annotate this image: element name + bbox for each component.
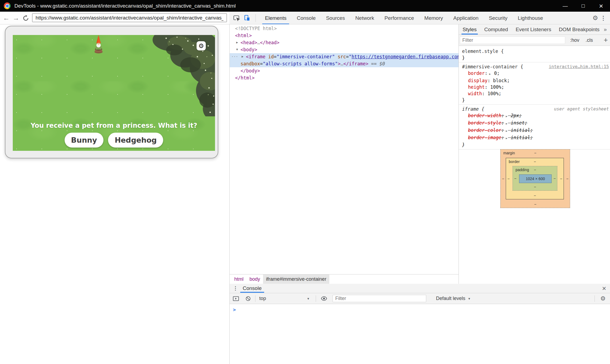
box-model-border[interactable]: border − − − − padding − − − − 1024 × 60… (506, 158, 564, 199)
drawer-menu-icon[interactable]: ⋮ (233, 284, 238, 293)
console-prompt[interactable]: > (230, 304, 610, 312)
hedgehog-button[interactable]: Hedgehog (108, 133, 163, 148)
collapse-icon[interactable]: ▼ (236, 46, 238, 53)
devtools-menu-icon[interactable]: ⋮ (600, 12, 606, 24)
dom-tree-node[interactable]: <!DOCTYPE html> (230, 25, 459, 32)
padding-left-value[interactable]: − (514, 176, 516, 181)
dom-tree-node[interactable]: sandbox="allow-scripts allow-forms">…</i… (230, 60, 459, 67)
expand-icon[interactable]: ▶ (506, 122, 507, 125)
new-style-rule-button[interactable]: + (604, 35, 608, 45)
back-icon[interactable]: ← (2, 12, 10, 24)
toggle-device-toolbar-icon[interactable] (244, 12, 251, 24)
css-property[interactable]: border-image:▶ initial; (462, 134, 607, 142)
css-rule[interactable]: #immersive-container {interactive…him.ht… (459, 62, 610, 105)
breadcrumb-body[interactable]: body (246, 274, 263, 284)
toggle-pseudo-classes-button[interactable]: :hov (570, 35, 579, 46)
css-property[interactable]: border-color:▶ initial; (462, 127, 607, 134)
css-property[interactable]: display: block; (462, 77, 607, 84)
breadcrumb-iframe-immersive-container[interactable]: iframe#immersive-container (263, 274, 329, 284)
reload-icon[interactable] (22, 12, 30, 24)
clear-console-icon[interactable] (245, 296, 251, 301)
css-property[interactable]: width: 100%; (462, 90, 607, 97)
console-drawer-tab[interactable]: Console (243, 284, 262, 293)
expand-icon[interactable]: ▶ (506, 115, 507, 118)
tab-styles[interactable]: Styles (459, 24, 481, 34)
devtools-settings-icon[interactable]: ⚙ (592, 12, 598, 24)
dom-tree-node[interactable]: ▶<head>…</head> (230, 39, 459, 46)
expand-icon[interactable]: ▶ (506, 137, 507, 140)
expand-icon[interactable]: ▶ (236, 39, 238, 46)
expand-icon[interactable]: ▶ (489, 72, 491, 75)
close-window-button[interactable]: × (592, 3, 610, 9)
bunny-button[interactable]: Bunny (65, 133, 104, 148)
css-rule[interactable]: iframe {user agent stylesheetborder-widt… (459, 105, 610, 149)
log-levels-dropdown[interactable]: Default levels ▼ (436, 296, 471, 301)
tab-elements[interactable]: Elements (260, 12, 292, 24)
console-drawer-header: ⋮ Console × (230, 284, 610, 293)
margin-right-value[interactable]: − (566, 177, 568, 181)
dom-tree-node[interactable]: ···▶<iframe id="immersive-container" src… (230, 53, 459, 60)
box-model-margin[interactable]: margin − − − − border − − − − padding − … (500, 149, 570, 208)
live-expression-eye-icon[interactable] (321, 296, 327, 301)
tab-memory[interactable]: Memory (419, 12, 448, 24)
tab-lighthouse[interactable]: Lighthouse (513, 12, 548, 24)
tab-sources[interactable]: Sources (321, 12, 350, 24)
tab-application[interactable]: Application (448, 12, 484, 24)
padding-right-value[interactable]: − (554, 176, 556, 181)
tab-dom-breakpoints[interactable]: DOM Breakpoints (555, 24, 603, 34)
css-property[interactable]: border-style:▶ inset; (462, 120, 607, 127)
box-model-padding[interactable]: padding − − − − 1024 × 600 (513, 166, 557, 191)
tab-security[interactable]: Security (484, 12, 513, 24)
dom-tree-node[interactable]: ▼<body> (230, 46, 459, 53)
styles-filter-input[interactable] (460, 36, 565, 44)
border-top-value[interactable]: − (506, 159, 564, 164)
expand-icon[interactable]: ▶ (506, 129, 507, 132)
styles-sidebar: StylesComputedEvent ListenersDOM Breakpo… (459, 24, 610, 284)
console-settings-icon[interactable]: ⚙ (600, 293, 606, 304)
console-filter-input[interactable] (333, 295, 426, 302)
border-bottom-value[interactable]: − (506, 193, 564, 198)
margin-bottom-value[interactable]: − (501, 202, 570, 206)
tab-performance[interactable]: Performance (379, 12, 419, 24)
elements-styles-divider[interactable] (459, 24, 459, 284)
context-label: top (259, 296, 266, 301)
css-property[interactable]: border:▶ 0; (462, 70, 607, 77)
page-devtools-divider[interactable] (229, 24, 230, 364)
tab-console[interactable]: Console (292, 12, 321, 24)
maximize-button[interactable]: □ (574, 3, 592, 9)
game-canvas[interactable]: ⚙ You receive a pet from a princess. Wha… (13, 35, 215, 151)
close-drawer-icon[interactable]: × (602, 284, 606, 293)
margin-left-value[interactable]: − (502, 177, 504, 181)
box-model-content[interactable]: 1024 × 600 (519, 174, 552, 183)
styles-tab-bar: StylesComputedEvent ListenersDOM Breakpo… (459, 24, 610, 35)
css-rule[interactable]: element.style {} (459, 47, 610, 62)
minimize-button[interactable]: — (556, 3, 574, 9)
css-property[interactable]: height: 100%; (462, 84, 607, 90)
rule-source-link[interactable]: interactive…him.html:15 (549, 63, 609, 70)
show-console-sidebar-icon[interactable] (233, 296, 239, 301)
css-property[interactable]: border-width:▶ 2px; (462, 112, 607, 120)
tab-network[interactable]: Network (350, 12, 380, 24)
dom-tree-node[interactable]: </body> (230, 67, 459, 74)
dom-tree-node[interactable]: </html> (230, 74, 459, 81)
more-tabs-icon[interactable]: » (604, 24, 607, 34)
padding-bottom-value[interactable]: − (513, 185, 557, 189)
javascript-context-dropdown[interactable]: top ▼ (259, 296, 310, 301)
border-right-value[interactable]: − (560, 177, 562, 181)
tab-computed[interactable]: Computed (481, 24, 512, 34)
expand-icon[interactable]: ▶ (242, 53, 244, 60)
tab-event-listeners[interactable]: Event Listeners (512, 24, 555, 34)
border-left-value[interactable]: − (507, 177, 510, 181)
rule-source-link[interactable]: user agent stylesheet (554, 106, 609, 112)
dom-tree-node[interactable]: <html> (230, 32, 459, 39)
inspect-element-icon[interactable] (233, 12, 240, 24)
toggle-element-classes-button[interactable]: .cls (586, 35, 593, 46)
game-settings-button[interactable]: ⚙ (197, 41, 206, 50)
forward-icon[interactable]: → (12, 12, 20, 24)
node-overflow-icon[interactable]: ··· (231, 53, 238, 60)
padding-top-value[interactable]: − (513, 168, 557, 172)
console-toolbar-divider (595, 295, 595, 302)
margin-top-value[interactable]: − (501, 151, 570, 155)
url-input[interactable] (32, 13, 227, 22)
breadcrumb-html[interactable]: html (231, 274, 246, 284)
